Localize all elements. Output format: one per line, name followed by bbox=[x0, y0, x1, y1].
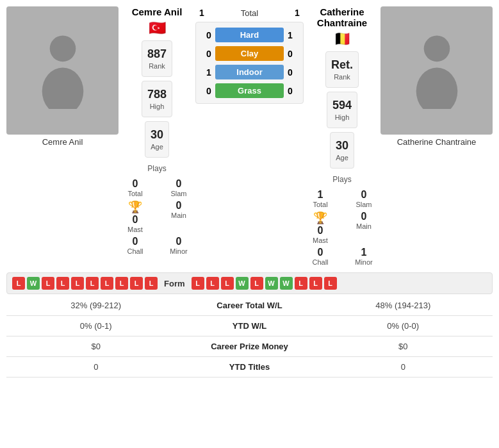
left-total-value: 0 bbox=[133, 178, 138, 190]
career-stat-right-3: 0 bbox=[314, 362, 493, 372]
left-stat-main: 0 Main bbox=[162, 200, 195, 233]
right-player-name: Catherine Chantraine bbox=[304, 6, 380, 28]
career-stat-left-0: 32% (99-212) bbox=[6, 301, 186, 310]
right-player-flag: 🇧🇪 bbox=[334, 31, 351, 47]
form-badge-w: W bbox=[236, 277, 249, 290]
career-stat-left-2: $0 bbox=[6, 342, 186, 351]
right-age-box: 30 Age bbox=[330, 132, 354, 169]
left-rank-value: 887 bbox=[147, 47, 167, 61]
right-form-badges: LLLWLWWLLL bbox=[192, 277, 337, 290]
clay-score-left: 0 bbox=[202, 49, 215, 59]
left-player-photo bbox=[6, 6, 119, 135]
left-trophy-icon: 🏆 bbox=[128, 200, 142, 214]
right-stats-grid: 1 Total 0 Slam 🏆 0 Mast 0 Main 0 bbox=[304, 189, 380, 266]
left-player-silhouette-icon bbox=[34, 32, 92, 109]
left-form-badges: LWLLLLLLLL bbox=[12, 277, 158, 290]
career-stat-center-1: YTD W/L bbox=[186, 321, 314, 331]
left-high-box: 788 High bbox=[142, 81, 172, 117]
left-slam-value: 0 bbox=[176, 178, 182, 190]
right-chall-value: 0 bbox=[318, 247, 323, 258]
right-rank-box: Ret. Rank bbox=[325, 51, 359, 88]
surface-rows: 0 Hard 1 0 Clay 0 1 Indoor 0 0 Grass bbox=[195, 22, 304, 104]
hard-score-right: 1 bbox=[284, 30, 297, 40]
middle-col: 1 Total 1 0 Hard 1 0 Clay 0 1 Indoor bbox=[195, 6, 304, 266]
right-stat-chall: 0 Chall bbox=[304, 247, 337, 266]
left-total-label: Total bbox=[127, 190, 142, 197]
left-high-value: 788 bbox=[147, 88, 167, 101]
right-slam-label: Slam bbox=[356, 201, 372, 208]
right-player-silhouette-icon bbox=[408, 32, 466, 109]
grass-badge: Grass bbox=[215, 83, 284, 98]
career-stat-left-1: 0% (0-1) bbox=[6, 321, 186, 331]
surface-row-clay: 0 Clay 0 bbox=[202, 46, 297, 61]
right-age-label: Age bbox=[336, 154, 348, 162]
career-stats-container: 32% (99-212)Career Total W/L48% (194-213… bbox=[6, 295, 493, 377]
form-badge-l: L bbox=[130, 277, 143, 290]
left-rank-label: Rank bbox=[147, 62, 167, 70]
right-chall-label: Chall bbox=[312, 258, 328, 266]
career-stat-center-2: Career Prize Money bbox=[186, 342, 314, 351]
right-minor-value: 1 bbox=[361, 247, 367, 258]
total-score-left: 1 bbox=[195, 8, 208, 18]
right-stat-total: 1 Total bbox=[304, 189, 337, 208]
left-age-label: Age bbox=[151, 143, 163, 151]
form-badge-l: L bbox=[192, 277, 204, 290]
right-total-label: Total bbox=[313, 201, 327, 208]
career-stat-row-3: 0YTD Titles0 bbox=[6, 357, 493, 377]
right-age-value: 30 bbox=[336, 139, 348, 153]
form-badge-l: L bbox=[86, 277, 99, 290]
right-stat-main: 0 Main bbox=[347, 211, 380, 244]
left-slam-label: Slam bbox=[170, 190, 186, 197]
form-badge-l: L bbox=[115, 277, 128, 290]
form-badge-w: W bbox=[27, 277, 40, 290]
career-stat-right-0: 48% (194-213) bbox=[314, 301, 493, 310]
indoor-badge: Indoor bbox=[215, 65, 284, 79]
right-trophy-icon: 🏆 bbox=[313, 211, 327, 225]
career-stat-row-0: 32% (99-212)Career Total W/L48% (194-213… bbox=[6, 295, 493, 316]
left-player-flag: 🇹🇷 bbox=[149, 20, 166, 37]
left-player-photo-col: Cemre Anil bbox=[6, 6, 119, 266]
right-rank-label: Rank bbox=[331, 73, 353, 81]
form-badge-l: L bbox=[42, 277, 54, 290]
surface-row-grass: 0 Grass 0 bbox=[202, 83, 297, 98]
left-minor-label: Minor bbox=[170, 247, 188, 255]
career-stat-center-0: Career Total W/L bbox=[186, 301, 314, 310]
page-container: Cemre Anil Cemre Anil 🇹🇷 887 Rank 788 Hi… bbox=[0, 0, 499, 384]
left-minor-value: 0 bbox=[176, 236, 182, 247]
left-stat-slam: 0 Slam bbox=[162, 178, 195, 197]
clay-score-right: 0 bbox=[284, 49, 297, 59]
indoor-score-right: 0 bbox=[284, 67, 297, 78]
career-stat-row-1: 0% (0-1)YTD W/L0% (0-0) bbox=[6, 316, 493, 336]
left-main-label: Main bbox=[171, 212, 186, 219]
hard-score-left: 0 bbox=[202, 30, 215, 40]
form-badge-l: L bbox=[221, 277, 234, 290]
right-mast-label: Mast bbox=[313, 236, 328, 244]
clay-badge: Clay bbox=[215, 46, 284, 61]
left-high-label: High bbox=[147, 103, 167, 110]
right-stat-mast: 🏆 0 Mast bbox=[304, 211, 337, 244]
svg-point-1 bbox=[42, 67, 83, 109]
grass-score-left: 0 bbox=[202, 86, 215, 96]
left-stat-chall: 0 Chall bbox=[119, 236, 152, 255]
form-badge-l: L bbox=[250, 277, 263, 290]
left-player-subname: Cemre Anil bbox=[6, 137, 119, 147]
hard-badge: Hard bbox=[215, 28, 284, 42]
form-badge-l: L bbox=[295, 277, 307, 290]
left-player-name: Cemre Anil bbox=[132, 6, 183, 17]
right-main-value: 0 bbox=[361, 211, 367, 222]
form-badge-w: W bbox=[280, 277, 293, 290]
left-stat-minor: 0 Minor bbox=[162, 236, 195, 255]
left-stat-total: 0 Total bbox=[119, 178, 152, 197]
form-badge-l: L bbox=[56, 277, 69, 290]
form-label: Form bbox=[164, 279, 185, 288]
svg-point-0 bbox=[49, 36, 76, 62]
form-badge-l: L bbox=[324, 277, 337, 290]
form-badge-l: L bbox=[145, 277, 158, 290]
right-mast-value: 0 bbox=[318, 225, 323, 236]
svg-point-3 bbox=[416, 67, 457, 109]
left-mast-label: Mast bbox=[127, 226, 143, 233]
right-high-box: 594 High bbox=[327, 92, 357, 128]
right-info-col: Catherine Chantraine 🇧🇪 Ret. Rank 594 Hi… bbox=[304, 6, 380, 266]
right-high-label: High bbox=[332, 113, 352, 121]
left-stats-grid: 0 Total 0 Slam 🏆 0 Mast 0 Main 0 bbox=[119, 178, 195, 255]
